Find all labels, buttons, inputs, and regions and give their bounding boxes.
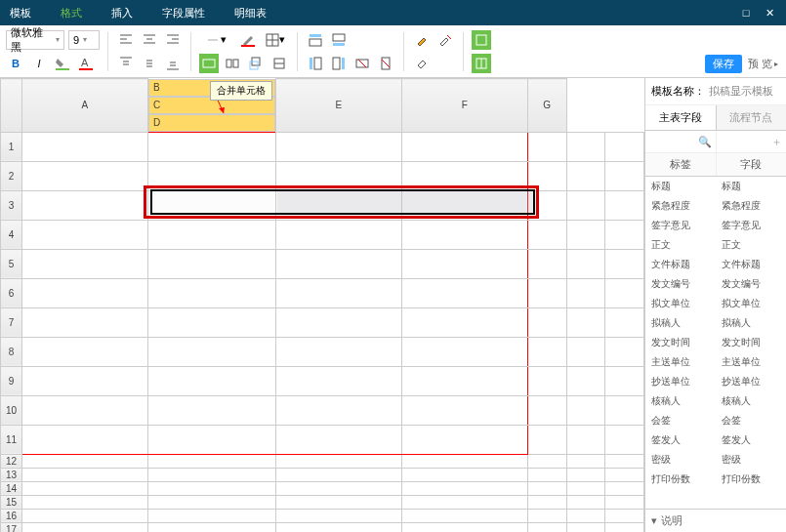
- cell[interactable]: [21, 522, 147, 532]
- field-row[interactable]: 抄送单位抄送单位: [645, 372, 786, 391]
- cell[interactable]: [275, 190, 401, 220]
- col-header[interactable]: G: [527, 79, 566, 133]
- cell[interactable]: [21, 366, 147, 395]
- cell[interactable]: [566, 132, 605, 161]
- field-row[interactable]: 标题标题: [645, 177, 786, 196]
- cell[interactable]: [21, 132, 147, 161]
- cell[interactable]: [566, 468, 605, 481]
- cell[interactable]: [566, 481, 605, 495]
- cell[interactable]: [401, 522, 527, 532]
- row-header[interactable]: 13: [1, 468, 22, 481]
- cell[interactable]: [147, 190, 275, 220]
- cell[interactable]: [566, 366, 605, 395]
- row-header[interactable]: 12: [1, 454, 22, 468]
- cell[interactable]: [275, 337, 401, 366]
- cell[interactable]: [21, 249, 147, 278]
- field-row[interactable]: 紧急程度紧急程度: [645, 196, 786, 216]
- valign-middle-icon[interactable]: [140, 54, 159, 73]
- cell[interactable]: [605, 161, 644, 190]
- col-header[interactable]: E: [275, 79, 401, 133]
- tab-main-fields[interactable]: 主表字段: [645, 105, 717, 130]
- brush-icon[interactable]: [412, 30, 432, 50]
- split-cells-button[interactable]: [223, 54, 242, 73]
- field-row[interactable]: 核稿人核稿人: [645, 391, 786, 411]
- row-header[interactable]: 8: [1, 337, 22, 366]
- insert-col-left-icon[interactable]: [306, 54, 325, 73]
- cell[interactable]: [566, 522, 605, 532]
- cell[interactable]: [21, 509, 147, 522]
- delete-col-icon[interactable]: [376, 54, 395, 73]
- clear-format-icon[interactable]: [435, 30, 455, 50]
- cell[interactable]: [527, 132, 566, 161]
- field-row[interactable]: 文件标题文件标题: [645, 255, 786, 274]
- fillcolor-button[interactable]: [53, 54, 72, 73]
- cell[interactable]: [275, 307, 401, 337]
- insert-col-right-icon[interactable]: [329, 54, 349, 73]
- cell[interactable]: [566, 454, 605, 468]
- menu-template[interactable]: 模板: [10, 6, 31, 20]
- cell[interactable]: [566, 425, 605, 454]
- cell[interactable]: [21, 278, 147, 307]
- spreadsheet-area[interactable]: ABCDEFG1234567891011121314151617: [0, 78, 644, 532]
- row-header[interactable]: 1: [1, 132, 22, 161]
- row-header[interactable]: 6: [1, 278, 22, 307]
- row-header[interactable]: 16: [1, 509, 22, 522]
- row-header[interactable]: 9: [1, 366, 22, 395]
- row-header[interactable]: 7: [1, 307, 22, 337]
- menu-insert[interactable]: 插入: [111, 6, 133, 20]
- insert-row-below-icon[interactable]: [329, 30, 349, 50]
- field-list[interactable]: 标题标题紧急程度紧急程度签字意见签字意见正文正文文件标题文件标题发文编号发文编号…: [645, 177, 786, 509]
- cell[interactable]: [275, 132, 401, 161]
- valign-bottom-icon[interactable]: [163, 54, 183, 73]
- cell[interactable]: [605, 337, 644, 366]
- line-style-button[interactable]: ▾: [199, 30, 234, 50]
- col-header[interactable]: D: [148, 114, 275, 132]
- cell[interactable]: [147, 495, 275, 509]
- cell[interactable]: [275, 522, 401, 532]
- clone-button[interactable]: [246, 54, 266, 73]
- cell[interactable]: [275, 249, 401, 278]
- cell[interactable]: [401, 132, 527, 161]
- green-action-1[interactable]: [472, 30, 491, 50]
- cell[interactable]: [605, 425, 644, 454]
- field-row[interactable]: 会签会签: [645, 411, 786, 430]
- search-field-input[interactable]: ＋: [717, 131, 787, 152]
- insert-row-above-icon[interactable]: [306, 30, 325, 50]
- cell[interactable]: [566, 278, 605, 307]
- cell[interactable]: [401, 425, 527, 454]
- cell[interactable]: [527, 425, 566, 454]
- cell[interactable]: [605, 509, 644, 522]
- cell[interactable]: [566, 249, 605, 278]
- menu-fieldprops[interactable]: 字段属性: [162, 6, 205, 20]
- valign-top-icon[interactable]: [116, 54, 136, 73]
- cell[interactable]: [147, 278, 275, 307]
- cell[interactable]: [566, 190, 605, 220]
- cell[interactable]: [275, 395, 401, 425]
- cell[interactable]: [147, 249, 275, 278]
- panel-footer[interactable]: ▾ 说明: [645, 509, 786, 532]
- cell[interactable]: [275, 495, 401, 509]
- cell[interactable]: [401, 366, 527, 395]
- field-row[interactable]: 发文编号发文编号: [645, 274, 786, 294]
- row-header[interactable]: 2: [1, 161, 22, 190]
- col-header[interactable]: [1, 79, 22, 133]
- align-right-icon[interactable]: [163, 30, 183, 50]
- fontsize-select[interactable]: 9▾: [68, 30, 100, 50]
- cell[interactable]: [21, 190, 147, 220]
- cell[interactable]: [147, 337, 275, 366]
- cell[interactable]: [566, 509, 605, 522]
- cell[interactable]: [605, 366, 644, 395]
- field-row[interactable]: 签字意见签字意见: [645, 216, 786, 235]
- cell[interactable]: [21, 161, 147, 190]
- cell[interactable]: [605, 278, 644, 307]
- cell[interactable]: [527, 495, 566, 509]
- row-header[interactable]: 17: [1, 522, 22, 532]
- cell[interactable]: [527, 190, 566, 220]
- cell[interactable]: [401, 161, 527, 190]
- cell[interactable]: [605, 220, 644, 249]
- row-header[interactable]: 4: [1, 220, 22, 249]
- cell[interactable]: [401, 307, 527, 337]
- align-center-icon[interactable]: [140, 30, 159, 50]
- maximize-icon[interactable]: □: [739, 7, 753, 20]
- cell[interactable]: [147, 307, 275, 337]
